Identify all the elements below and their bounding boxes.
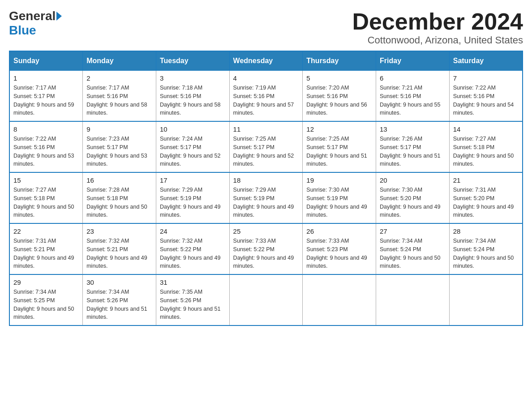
header-cell-monday: Monday (83, 51, 156, 71)
day-info: Sunrise: 7:17 AM Sunset: 5:16 PM Dayligh… (86, 84, 152, 117)
day-number: 27 (380, 227, 446, 235)
day-number: 26 (306, 227, 372, 235)
day-cell: 30 Sunrise: 7:34 AM Sunset: 5:26 PM Dayl… (83, 274, 156, 325)
day-number: 15 (13, 176, 79, 184)
day-cell: 17 Sunrise: 7:29 AM Sunset: 5:19 PM Dayl… (156, 172, 229, 223)
day-info: Sunrise: 7:34 AM Sunset: 5:26 PM Dayligh… (86, 288, 152, 321)
day-number: 13 (380, 125, 446, 133)
day-cell: 26 Sunrise: 7:33 AM Sunset: 5:23 PM Dayl… (303, 223, 376, 274)
header-cell-saturday: Saturday (449, 51, 523, 71)
day-info: Sunrise: 7:34 AM Sunset: 5:24 PM Dayligh… (380, 237, 446, 270)
day-cell: 31 Sunrise: 7:35 AM Sunset: 5:26 PM Dayl… (156, 274, 229, 325)
logo-triangle-icon (56, 12, 62, 21)
day-number: 7 (453, 74, 519, 82)
day-cell: 29 Sunrise: 7:34 AM Sunset: 5:25 PM Dayl… (9, 274, 83, 325)
day-info: Sunrise: 7:31 AM Sunset: 5:20 PM Dayligh… (453, 186, 519, 219)
day-number: 6 (380, 74, 446, 82)
day-cell (303, 274, 376, 325)
day-info: Sunrise: 7:27 AM Sunset: 5:18 PM Dayligh… (13, 186, 79, 219)
day-info: Sunrise: 7:22 AM Sunset: 5:16 PM Dayligh… (13, 135, 79, 168)
day-cell: 5 Sunrise: 7:20 AM Sunset: 5:16 PM Dayli… (303, 71, 376, 122)
calendar-body: 1 Sunrise: 7:17 AM Sunset: 5:17 PM Dayli… (9, 71, 523, 326)
day-info: Sunrise: 7:31 AM Sunset: 5:21 PM Dayligh… (13, 237, 79, 270)
week-row-3: 15 Sunrise: 7:27 AM Sunset: 5:18 PM Dayl… (9, 172, 523, 223)
week-row-1: 1 Sunrise: 7:17 AM Sunset: 5:17 PM Dayli… (9, 71, 523, 122)
day-cell: 18 Sunrise: 7:29 AM Sunset: 5:19 PM Dayl… (229, 172, 303, 223)
page-header: General Blue December 2024 Cottonwood, A… (9, 9, 523, 46)
day-info: Sunrise: 7:29 AM Sunset: 5:19 PM Dayligh… (160, 186, 226, 219)
day-number: 1 (13, 74, 79, 82)
day-cell: 28 Sunrise: 7:34 AM Sunset: 5:24 PM Dayl… (449, 223, 523, 274)
title-block: December 2024 Cottonwood, Arizona, Unite… (352, 9, 523, 46)
day-number: 10 (160, 125, 226, 133)
day-info: Sunrise: 7:24 AM Sunset: 5:17 PM Dayligh… (160, 135, 226, 168)
day-info: Sunrise: 7:23 AM Sunset: 5:17 PM Dayligh… (86, 135, 152, 168)
day-number: 14 (453, 125, 519, 133)
day-cell: 24 Sunrise: 7:32 AM Sunset: 5:22 PM Dayl… (156, 223, 229, 274)
day-cell: 6 Sunrise: 7:21 AM Sunset: 5:16 PM Dayli… (376, 71, 450, 122)
day-cell: 14 Sunrise: 7:27 AM Sunset: 5:18 PM Dayl… (449, 121, 523, 172)
day-info: Sunrise: 7:19 AM Sunset: 5:16 PM Dayligh… (233, 84, 299, 117)
day-info: Sunrise: 7:25 AM Sunset: 5:17 PM Dayligh… (233, 135, 299, 168)
day-number: 11 (233, 125, 299, 133)
day-number: 30 (86, 278, 152, 286)
day-cell: 10 Sunrise: 7:24 AM Sunset: 5:17 PM Dayl… (156, 121, 229, 172)
day-cell: 3 Sunrise: 7:18 AM Sunset: 5:16 PM Dayli… (156, 71, 229, 122)
day-info: Sunrise: 7:32 AM Sunset: 5:22 PM Dayligh… (160, 237, 226, 270)
day-info: Sunrise: 7:22 AM Sunset: 5:16 PM Dayligh… (453, 84, 519, 117)
day-cell: 9 Sunrise: 7:23 AM Sunset: 5:17 PM Dayli… (83, 121, 156, 172)
day-cell: 21 Sunrise: 7:31 AM Sunset: 5:20 PM Dayl… (449, 172, 523, 223)
header-cell-thursday: Thursday (303, 51, 376, 71)
day-info: Sunrise: 7:25 AM Sunset: 5:17 PM Dayligh… (306, 135, 372, 168)
day-number: 9 (86, 125, 152, 133)
day-cell: 23 Sunrise: 7:32 AM Sunset: 5:21 PM Dayl… (83, 223, 156, 274)
day-number: 8 (13, 125, 79, 133)
day-info: Sunrise: 7:35 AM Sunset: 5:26 PM Dayligh… (160, 288, 226, 321)
day-number: 4 (233, 74, 299, 82)
day-info: Sunrise: 7:34 AM Sunset: 5:25 PM Dayligh… (13, 288, 79, 321)
day-number: 12 (306, 125, 372, 133)
header-row: SundayMondayTuesdayWednesdayThursdayFrid… (9, 51, 523, 71)
day-number: 5 (306, 74, 372, 82)
day-cell: 1 Sunrise: 7:17 AM Sunset: 5:17 PM Dayli… (9, 71, 83, 122)
calendar-table: SundayMondayTuesdayWednesdayThursdayFrid… (9, 51, 523, 326)
day-cell: 2 Sunrise: 7:17 AM Sunset: 5:16 PM Dayli… (83, 71, 156, 122)
day-number: 2 (86, 74, 152, 82)
day-number: 20 (380, 176, 446, 184)
day-number: 29 (13, 278, 79, 286)
day-cell: 4 Sunrise: 7:19 AM Sunset: 5:16 PM Dayli… (229, 71, 303, 122)
day-info: Sunrise: 7:27 AM Sunset: 5:18 PM Dayligh… (453, 135, 519, 168)
day-cell (449, 274, 523, 325)
day-cell: 8 Sunrise: 7:22 AM Sunset: 5:16 PM Dayli… (9, 121, 83, 172)
logo-text: General (9, 9, 62, 23)
day-info: Sunrise: 7:30 AM Sunset: 5:20 PM Dayligh… (380, 186, 446, 219)
day-cell: 27 Sunrise: 7:34 AM Sunset: 5:24 PM Dayl… (376, 223, 450, 274)
day-info: Sunrise: 7:17 AM Sunset: 5:17 PM Dayligh… (13, 84, 79, 117)
day-cell: 22 Sunrise: 7:31 AM Sunset: 5:21 PM Dayl… (9, 223, 83, 274)
day-number: 25 (233, 227, 299, 235)
header-cell-sunday: Sunday (9, 51, 83, 71)
day-info: Sunrise: 7:34 AM Sunset: 5:24 PM Dayligh… (453, 237, 519, 270)
header-cell-tuesday: Tuesday (156, 51, 229, 71)
logo-general-text: General (9, 9, 56, 23)
header-cell-friday: Friday (376, 51, 450, 71)
day-cell: 11 Sunrise: 7:25 AM Sunset: 5:17 PM Dayl… (229, 121, 303, 172)
day-number: 21 (453, 176, 519, 184)
day-info: Sunrise: 7:28 AM Sunset: 5:18 PM Dayligh… (86, 186, 152, 219)
day-cell: 13 Sunrise: 7:26 AM Sunset: 5:17 PM Dayl… (376, 121, 450, 172)
logo-blue-text: Blue (9, 23, 36, 38)
day-cell: 25 Sunrise: 7:33 AM Sunset: 5:22 PM Dayl… (229, 223, 303, 274)
page-subtitle: Cottonwood, Arizona, United States (352, 34, 523, 46)
day-number: 17 (160, 176, 226, 184)
day-info: Sunrise: 7:33 AM Sunset: 5:23 PM Dayligh… (306, 237, 372, 270)
week-row-2: 8 Sunrise: 7:22 AM Sunset: 5:16 PM Dayli… (9, 121, 523, 172)
day-cell: 20 Sunrise: 7:30 AM Sunset: 5:20 PM Dayl… (376, 172, 450, 223)
day-number: 3 (160, 74, 226, 82)
day-cell: 19 Sunrise: 7:30 AM Sunset: 5:19 PM Dayl… (303, 172, 376, 223)
day-info: Sunrise: 7:33 AM Sunset: 5:22 PM Dayligh… (233, 237, 299, 270)
day-number: 28 (453, 227, 519, 235)
day-number: 24 (160, 227, 226, 235)
day-number: 23 (86, 227, 152, 235)
logo: General Blue (9, 9, 62, 38)
day-number: 16 (86, 176, 152, 184)
